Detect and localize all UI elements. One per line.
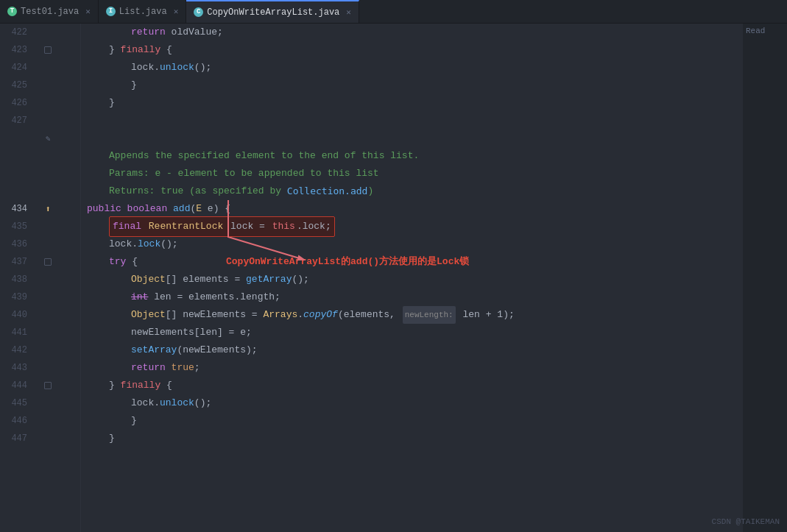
kw-return: return bbox=[131, 24, 172, 41]
gutter-row-438: 438 bbox=[0, 271, 80, 288]
line-num-438: 438 bbox=[0, 274, 33, 285]
code-line-437: try { CopyOnWriteArrayList的add()方法使用的是Lo… bbox=[87, 253, 787, 271]
gutter-row-427: 427 bbox=[0, 112, 80, 130]
code-line-442: setArray (newElements); bbox=[87, 341, 787, 359]
tab-close-copyonwrite[interactable]: ✕ bbox=[346, 7, 351, 17]
code-text: oldValue; bbox=[172, 24, 223, 41]
right-panel-label: Read bbox=[746, 26, 765, 35]
gutter-row-425: 425 bbox=[0, 77, 80, 94]
tab-icon-list: I bbox=[106, 7, 116, 16]
gutter-row-434: 434 ⬆ bbox=[0, 200, 80, 218]
code-line-doc3: Returns: true (as specified by Collectio… bbox=[87, 182, 787, 200]
doc-comment-2: Params: e - element to be appended to th… bbox=[109, 165, 379, 182]
pencil-icon: ✎ bbox=[46, 134, 51, 143]
doc-comment-3: Returns: true (as specified by bbox=[109, 182, 287, 200]
line-num-426: 426 bbox=[0, 98, 33, 108]
gutter-row-446: 446 bbox=[0, 412, 80, 430]
code-line-435: final ReentrantLock lock = this .lock; bbox=[87, 218, 787, 235]
line-num-425: 425 bbox=[0, 80, 33, 91]
line-num-423: 423 bbox=[0, 45, 33, 55]
code-line-444: } finally { bbox=[87, 377, 787, 394]
line-num-441: 441 bbox=[0, 327, 33, 338]
param-hint: newLength: bbox=[403, 306, 456, 324]
line-num-443: 443 bbox=[0, 363, 33, 373]
gutter-row-445: 445 bbox=[0, 394, 80, 412]
csdn-watermark: CSDN @TAIKEMAN bbox=[712, 517, 780, 526]
tab-icon-copyonwrite: C bbox=[194, 7, 203, 17]
code-line-423: } finally { bbox=[87, 41, 787, 59]
line-num-442: 442 bbox=[0, 345, 33, 355]
gutter-row-426: 426 bbox=[0, 94, 80, 112]
code-line-422: return oldValue; bbox=[87, 24, 787, 41]
tab-list[interactable]: I List.java ✕ bbox=[99, 0, 186, 23]
line-num-446: 446 bbox=[0, 416, 33, 426]
gutter-row-443: 443 bbox=[0, 359, 80, 377]
tab-label-copyonwrite: CopyOnWriteArrayList.java bbox=[207, 7, 339, 18]
gutter-row-439: 439 bbox=[0, 288, 80, 306]
doc-comment-1: Appends the specified element to the end… bbox=[109, 147, 419, 165]
gutter-row-422: 422 bbox=[0, 24, 80, 41]
code-line-438: Object [] elements = getArray (); bbox=[87, 271, 787, 288]
bookmark-423 bbox=[44, 46, 52, 54]
csdn-label-text: CSDN @TAIKEMAN bbox=[712, 517, 780, 526]
line-num-436: 436 bbox=[0, 239, 33, 249]
tab-bar: T Test01.java ✕ I List.java ✕ C CopyOnWr… bbox=[0, 0, 787, 24]
code-line-440: Object [] newElements = Arrays . copyOf … bbox=[87, 306, 787, 324]
gutter-row-doc2 bbox=[0, 165, 80, 182]
code-line-443: return true ; bbox=[87, 359, 787, 377]
code-lines: return oldValue; } finally { lock.unlock… bbox=[81, 24, 787, 447]
code-line-blank-separator bbox=[87, 130, 787, 147]
editor: 422 423 424 425 426 427 bbox=[0, 24, 787, 532]
run-arrow-434: ⬆ bbox=[45, 204, 50, 215]
code-line-425: } bbox=[87, 77, 787, 94]
line-num-437: 437 bbox=[0, 257, 33, 267]
tab-copyonwrite[interactable]: C CopyOnWriteArrayList.java ✕ bbox=[186, 0, 359, 23]
code-line-doc2: Params: e - element to be appended to th… bbox=[87, 165, 787, 182]
gutter-row-440: 440 bbox=[0, 306, 80, 324]
gutter-row-441: 441 bbox=[0, 324, 80, 341]
code-line-424: lock.unlock(); bbox=[87, 59, 787, 77]
gutter-row-442: 442 bbox=[0, 341, 80, 359]
gutter-row-436: 436 bbox=[0, 235, 80, 253]
gutter-row-doc1 bbox=[0, 147, 80, 165]
code-line-445: lock.unlock(); bbox=[87, 394, 787, 412]
line-num-439: 439 bbox=[0, 292, 33, 302]
tab-test01[interactable]: T Test01.java ✕ bbox=[0, 0, 99, 23]
bookmark-444 bbox=[44, 382, 52, 389]
gutter-row-blank1: ✎ bbox=[0, 130, 80, 147]
gutter: 422 423 424 425 426 427 bbox=[0, 24, 81, 532]
tab-close-test01[interactable]: ✕ bbox=[85, 7, 91, 16]
gutter-row-doc3 bbox=[0, 182, 80, 200]
tab-close-list[interactable]: ✕ bbox=[174, 7, 179, 16]
gutter-row-435: 435 bbox=[0, 218, 80, 235]
code-line-441: newElements[len] = e; bbox=[87, 324, 787, 341]
gutter-row-447: 447 bbox=[0, 430, 80, 447]
line-num-422: 422 bbox=[0, 27, 33, 38]
right-panel: Read bbox=[743, 24, 787, 532]
code-line-427 bbox=[87, 112, 787, 130]
gutter-row-437: 437 bbox=[0, 253, 80, 271]
highlighted-line-435: final ReentrantLock lock = this .lock; bbox=[109, 216, 335, 237]
gutter-row-423: 423 bbox=[0, 41, 80, 59]
gutter-row-444: 444 bbox=[0, 377, 80, 394]
code-line-436: lock.lock(); bbox=[87, 235, 787, 253]
annotation-text: CopyOnWriteArrayList的add()方法使用的是Lock锁 bbox=[226, 253, 469, 271]
tab-label-list: List.java bbox=[119, 7, 167, 17]
gutter-row-424: 424 bbox=[0, 59, 80, 77]
gutter-icons-423 bbox=[33, 46, 63, 54]
code-line-doc1: Appends the specified element to the end… bbox=[87, 147, 787, 165]
line-num-434: 434 bbox=[0, 204, 33, 214]
line-num-424: 424 bbox=[0, 63, 33, 73]
line-num-440: 440 bbox=[0, 310, 33, 320]
line-num-444: 444 bbox=[0, 380, 33, 391]
code-line-446: } bbox=[87, 412, 787, 430]
tab-label-test01: Test01.java bbox=[21, 7, 79, 17]
code-line-426: } bbox=[87, 94, 787, 112]
line-num-435: 435 bbox=[0, 221, 33, 232]
bookmark-437 bbox=[44, 258, 52, 266]
line-num-445: 445 bbox=[0, 398, 33, 408]
code-line-447: } bbox=[87, 430, 787, 447]
tab-icon-test01: T bbox=[7, 7, 17, 16]
line-num-447: 447 bbox=[0, 433, 33, 444]
editor-content[interactable]: return oldValue; } finally { lock.unlock… bbox=[81, 24, 787, 532]
